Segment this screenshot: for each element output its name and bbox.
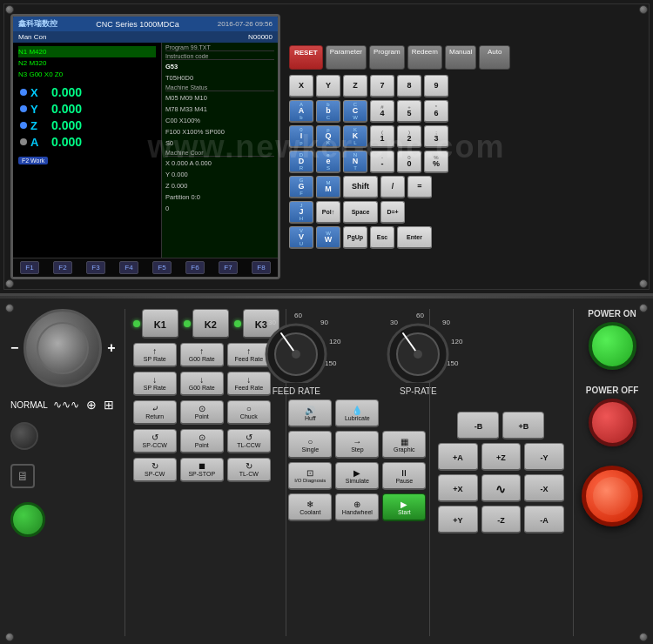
- key-e[interactable]: eeS: [316, 151, 340, 173]
- pause-btn[interactable]: ⏸ Pause: [382, 462, 426, 490]
- key-polup[interactable]: Pol↑: [316, 201, 340, 224]
- key-pgup[interactable]: PgUp: [343, 226, 367, 249]
- chuck-btn[interactable]: ○ Chuck: [227, 400, 271, 425]
- key-star[interactable]: *6: [424, 100, 448, 123]
- key-x[interactable]: X: [289, 75, 313, 97]
- key-7[interactable]: 7: [370, 75, 394, 97]
- sp-rate-up-btn[interactable]: ↑ SP Rate: [133, 343, 177, 367]
- key-c[interactable]: CCW: [343, 100, 367, 123]
- key-8[interactable]: 8: [397, 75, 421, 97]
- huff-btn[interactable]: 🔊 Huff: [288, 399, 332, 427]
- small-knob[interactable]: [10, 422, 38, 450]
- key-equals[interactable]: =: [407, 176, 432, 198]
- key-m[interactable]: MM: [316, 176, 340, 198]
- key-3[interactable]: ;3: [424, 125, 448, 148]
- rapid-btn[interactable]: ∿: [481, 474, 522, 502]
- parameter-button[interactable]: Parameter: [326, 45, 367, 70]
- key-y[interactable]: Y: [316, 75, 340, 97]
- k1-button[interactable]: K1: [142, 309, 178, 339]
- plus-b-btn[interactable]: +B: [502, 412, 544, 439]
- single-btn[interactable]: ○ Single: [288, 431, 332, 459]
- minus-a-btn[interactable]: -A: [524, 506, 564, 533]
- sp-ccw-btn[interactable]: ↺ SP-CCW: [133, 429, 177, 453]
- point-btn[interactable]: ⊙ Point: [180, 400, 224, 425]
- minus-z-btn[interactable]: -Z: [481, 506, 522, 533]
- program-button[interactable]: Program: [369, 45, 405, 70]
- key-dplus[interactable]: D=+: [380, 201, 405, 224]
- handwheel-btn[interactable]: ⊕ Handwheel: [335, 493, 379, 521]
- key-g[interactable]: GGF: [289, 176, 313, 198]
- key-space[interactable]: Space: [343, 201, 378, 224]
- f-key-7[interactable]: F7: [219, 261, 237, 274]
- key-d[interactable]: DDR: [289, 151, 313, 173]
- minus-y-btn[interactable]: -Y: [524, 443, 564, 471]
- f-key-1[interactable]: F1: [20, 261, 38, 274]
- key-0[interactable]: 00: [397, 151, 421, 173]
- graphic-btn[interactable]: ▦ Graphic: [382, 431, 426, 459]
- key-k[interactable]: KKL: [343, 125, 367, 148]
- point2-btn[interactable]: ⊙ Point: [180, 429, 224, 453]
- power-off-label: POWER OFF: [586, 386, 639, 395]
- key-percent[interactable]: %%: [424, 151, 448, 173]
- green-round-button[interactable]: [10, 502, 45, 537]
- power-off-button[interactable]: [589, 399, 636, 446]
- f-key-6[interactable]: F6: [185, 261, 204, 274]
- key-n[interactable]: NNT: [343, 151, 367, 173]
- key-q[interactable]: pQK: [316, 125, 340, 148]
- k2-button[interactable]: K2: [192, 309, 229, 339]
- key-esc[interactable]: Esc: [370, 226, 394, 249]
- sp-rate-down-btn[interactable]: ↓ SP Rate: [133, 372, 177, 396]
- simulate-btn[interactable]: ▶ Simulate: [335, 462, 379, 490]
- screw-btr: [639, 304, 648, 312]
- g00-rate-up-btn[interactable]: ↑ G00 Rate: [180, 343, 224, 367]
- manual-button[interactable]: Manual: [445, 45, 476, 70]
- return-btn[interactable]: ⤶ Return: [133, 400, 177, 425]
- key-w[interactable]: WW: [316, 226, 340, 249]
- lubricate-btn[interactable]: 💧 Lubricate: [335, 399, 379, 427]
- key-v[interactable]: VVU: [289, 226, 313, 249]
- key-hash[interactable]: #4: [370, 100, 394, 123]
- screen-tab-f2[interactable]: F2 Work: [18, 157, 48, 164]
- key-1[interactable]: (1: [370, 125, 394, 148]
- diagnosis-btn[interactable]: ⊡ I/O Diagnosis: [288, 462, 332, 490]
- key-a[interactable]: AAb: [289, 100, 313, 123]
- redeem-button[interactable]: Redeem: [407, 45, 442, 70]
- plus-a-btn[interactable]: +A: [438, 443, 478, 471]
- plus-y-btn[interactable]: +Y: [438, 506, 478, 533]
- tl-cw-btn[interactable]: ↻ TL-CW: [227, 458, 271, 482]
- minus-x-btn[interactable]: -X: [524, 474, 564, 502]
- emergency-stop-button[interactable]: [582, 466, 643, 527]
- f-key-2[interactable]: F2: [53, 261, 71, 274]
- key-i[interactable]: 0Ip: [289, 125, 313, 148]
- key-2[interactable]: )2: [397, 125, 421, 148]
- handwheel[interactable]: [24, 309, 102, 387]
- coolant-btn[interactable]: ❄ Coolant: [288, 493, 332, 521]
- auto-button[interactable]: Auto: [479, 45, 510, 70]
- tl-ccw-btn[interactable]: ↺ TL-CCW: [227, 429, 271, 453]
- key-plus[interactable]: +5: [397, 100, 421, 123]
- f-key-8[interactable]: F8: [252, 261, 270, 274]
- key-row-7: VVU WW PgUp Esc Enter: [289, 226, 643, 249]
- key-b[interactable]: bbC: [316, 100, 340, 123]
- key-9[interactable]: 9: [424, 75, 448, 97]
- screen-right: Program 99.TXT Instruction code G53 T05H…: [161, 43, 278, 279]
- key-z[interactable]: Z: [343, 75, 367, 97]
- key-slash[interactable]: /: [380, 176, 405, 198]
- reset-button[interactable]: RESET: [289, 45, 323, 70]
- step-btn[interactable]: → Step: [335, 431, 379, 459]
- key-enter[interactable]: Enter: [397, 226, 432, 249]
- plus-x-btn[interactable]: +X: [438, 474, 478, 502]
- key-j[interactable]: JJH: [289, 201, 313, 224]
- f-key-3[interactable]: F3: [86, 261, 104, 274]
- sp-cw-btn[interactable]: ↻ SP-CW: [133, 458, 177, 482]
- g00-rate-down-btn[interactable]: ↓ G00 Rate: [180, 372, 224, 396]
- minus-b-btn[interactable]: -B: [457, 412, 499, 439]
- sp-stop-btn[interactable]: ⏹ SP-STOP: [180, 458, 224, 482]
- key-minus[interactable]: --: [370, 151, 394, 173]
- f-key-4[interactable]: F4: [119, 261, 138, 274]
- plus-z-btn[interactable]: +Z: [481, 443, 522, 471]
- key-shift[interactable]: Shift: [343, 176, 378, 198]
- power-on-button[interactable]: [589, 322, 636, 370]
- start-btn[interactable]: ▶ Start: [382, 493, 426, 521]
- f-key-5[interactable]: F5: [152, 261, 171, 274]
